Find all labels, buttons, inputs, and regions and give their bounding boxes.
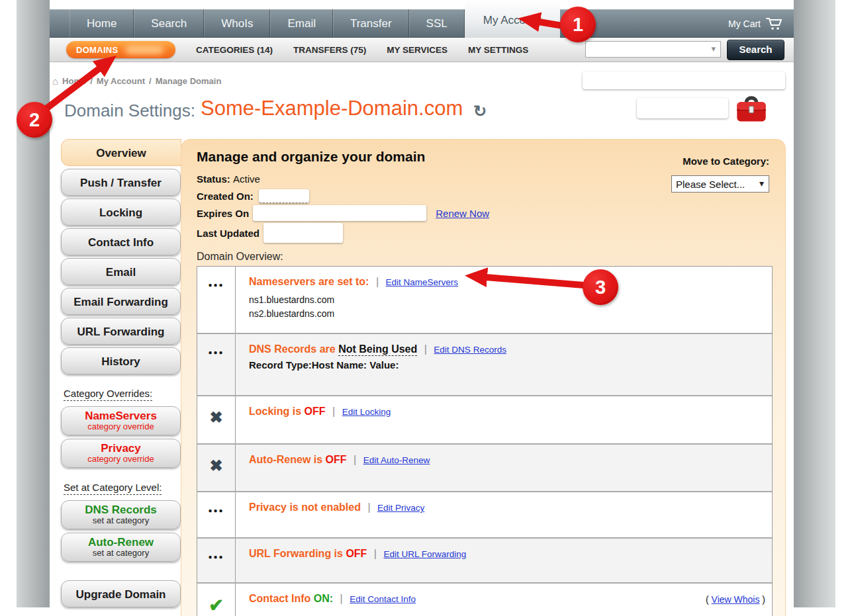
content: Overview Push / Transfer Locking Contact… [50, 139, 794, 616]
sidebar: Overview Push / Transfer Locking Contact… [50, 139, 181, 616]
sidebar-button-nameservers-override[interactable]: NameServers category override [61, 406, 181, 435]
domain-search-combobox[interactable]: ▾ [585, 41, 721, 58]
redacted-expires-date [253, 205, 426, 221]
sidebar-tab-url-forwarding[interactable]: URL Forwarding [61, 318, 181, 345]
page-title-label: Domain Settings: [64, 101, 195, 121]
subnav-item-categories[interactable]: CATEGORIES (14) [196, 45, 273, 55]
separator: | [367, 502, 370, 513]
table-row-locking: ✖ Locking is OFF | Edit Locking [197, 395, 772, 443]
ellipsis-icon: ●●● [208, 281, 224, 288]
sidebar-tab-email-forwarding[interactable]: Email Forwarding [61, 288, 181, 315]
sidebar-tab-history[interactable]: History [61, 347, 181, 374]
table-row-privacy: ●●● Privacy is not enabled | Edit Privac… [197, 491, 772, 537]
subnav-item-my-services[interactable]: MY SERVICES [387, 45, 448, 55]
subnav-item-domains[interactable]: DOMAINS [66, 41, 175, 58]
subnav-item-transfers[interactable]: TRANSFERS (75) [293, 45, 366, 55]
edit-nameservers-link[interactable]: Edit NameServers [386, 277, 459, 287]
row-title: Privacy is not enabled [249, 502, 361, 513]
upgrade-domain-button[interactable]: Upgrade Domain [61, 580, 181, 607]
x-icon: ✖ [209, 459, 222, 472]
search-button[interactable]: Search [727, 40, 784, 60]
x-icon: ✖ [209, 411, 222, 424]
nameservers-override-title: NameServers [62, 410, 180, 422]
sidebar-tab-push-transfer[interactable]: Push / Transfer [61, 169, 181, 196]
status-icon-cell: ✖ [197, 445, 236, 491]
top-navigation: Home Search WhoIs Email Transfer SSL My … [50, 0, 794, 38]
sidebar-button-auto-renew-category[interactable]: Auto-Renew set at category [61, 533, 181, 562]
toolbox-icon[interactable] [734, 93, 769, 126]
sub-navigation: DOMAINS CATEGORIES (14) TRANSFERS (75) M… [50, 38, 794, 62]
cart-icon [766, 17, 783, 30]
nameservers-override-sub: category override [62, 422, 180, 431]
breadcrumb-home[interactable]: Home [62, 76, 86, 86]
breadcrumb-manage-domain: Manage Domain [156, 76, 222, 86]
category-overrides-heading[interactable]: Category Overrides: [64, 388, 152, 401]
privacy-override-title: Privacy [62, 442, 180, 455]
right-gutter [794, 0, 835, 607]
page-title-domain: Some-Example-Domain.com [201, 97, 463, 120]
breadcrumb-separator: / [149, 76, 152, 86]
nav-tab-ssl[interactable]: SSL [409, 9, 465, 38]
nav-tab-my-account[interactable]: My Account [465, 0, 560, 38]
edit-url-forwarding-link[interactable]: Edit URL Forwarding [383, 549, 466, 559]
dns-records-category-sub: set at category [62, 516, 180, 525]
move-to-category-label: Move to Category: [683, 155, 769, 167]
breadcrumb: ⌂ Home / My Account / Manage Domain [52, 75, 221, 87]
sidebar-tab-email[interactable]: Email [61, 258, 181, 285]
edit-locking-link[interactable]: Edit Locking [342, 407, 391, 417]
table-row-dns-records: ●●● DNS Records are Not Being Used | Edi… [197, 333, 772, 395]
edit-dns-records-link[interactable]: Edit DNS Records [434, 345, 506, 355]
separator: | [354, 454, 356, 465]
nav-tab-email[interactable]: Email [270, 9, 333, 38]
set-at-category-heading[interactable]: Set at Category Level: [64, 482, 162, 495]
status-icon-cell: ●●● [197, 492, 236, 537]
search-input[interactable] [586, 42, 713, 57]
move-to-category-select[interactable]: Please Select... [672, 176, 769, 192]
refresh-icon[interactable]: ↻ [473, 102, 487, 120]
created-on-label: Created On: [197, 191, 254, 202]
sidebar-tab-contact-info[interactable]: Contact Info [61, 228, 181, 255]
sidebar-tab-locking[interactable]: Locking [61, 198, 181, 226]
separator: | [424, 343, 427, 355]
edit-contact-info-link[interactable]: Edit Contact Info [350, 594, 416, 604]
nameserver-2: ns2.bluestardns.com [249, 307, 763, 321]
nav-tab-home[interactable]: Home [70, 9, 134, 38]
sidebar-tab-overview[interactable]: Overview [61, 139, 181, 166]
nav-tab-whois[interactable]: WhoIs [204, 9, 270, 38]
main-panel: Manage and organize your domain Move to … [181, 139, 786, 616]
my-cart-button[interactable]: My Cart [728, 9, 783, 38]
row-status: OFF [305, 406, 326, 417]
view-whois-link[interactable]: View Whois [712, 594, 760, 605]
sidebar-button-privacy-override[interactable]: Privacy category override [61, 439, 181, 468]
renew-now-link[interactable]: Renew Now [436, 208, 489, 219]
edit-auto-renew-link[interactable]: Edit Auto-Renew [363, 455, 430, 465]
breadcrumb-my-account[interactable]: My Account [97, 76, 145, 86]
ellipsis-icon: ●●● [208, 349, 224, 356]
status-icon-cell: ●●● [197, 334, 236, 395]
status-icon-cell: ●●● [197, 539, 236, 582]
status-icon-cell: ✔ [197, 584, 236, 616]
nav-tab-search[interactable]: Search [134, 9, 204, 38]
separator: | [340, 593, 343, 604]
separator: | [374, 548, 377, 559]
sidebar-button-dns-records-category[interactable]: DNS Records set at category [61, 500, 181, 529]
row-status: OFF [346, 548, 367, 559]
separator: | [376, 276, 379, 287]
table-row-contact-info: ✔ Contact Info ON: | Edit Contact Info (… [197, 582, 772, 616]
domain-overview-label: Domain Overview: [197, 251, 770, 263]
row-status: ON: [314, 593, 333, 604]
subnav-item-my-settings[interactable]: MY SETTINGS [468, 45, 528, 55]
top-nav-tabs: Home Search WhoIs Email Transfer SSL My … [70, 0, 560, 38]
auto-renew-category-title: Auto-Renew [62, 536, 180, 549]
status-label: Status: [197, 173, 230, 185]
redacted-box [583, 71, 785, 89]
redacted-text [125, 45, 164, 54]
move-to-category-selectwrap: Please Select... ▾ [671, 175, 769, 193]
left-gutter [17, 0, 50, 607]
edit-privacy-link[interactable]: Edit Privacy [377, 503, 424, 513]
check-icon: ✔ [209, 598, 224, 613]
row-title: Nameservers are set to: [249, 276, 369, 287]
table-row-url-forwarding: ●●● URL Forwarding is OFF | Edit URL For… [197, 537, 772, 582]
nav-tab-transfer[interactable]: Transfer [333, 9, 409, 38]
row-title: URL Forwarding is [249, 548, 343, 559]
